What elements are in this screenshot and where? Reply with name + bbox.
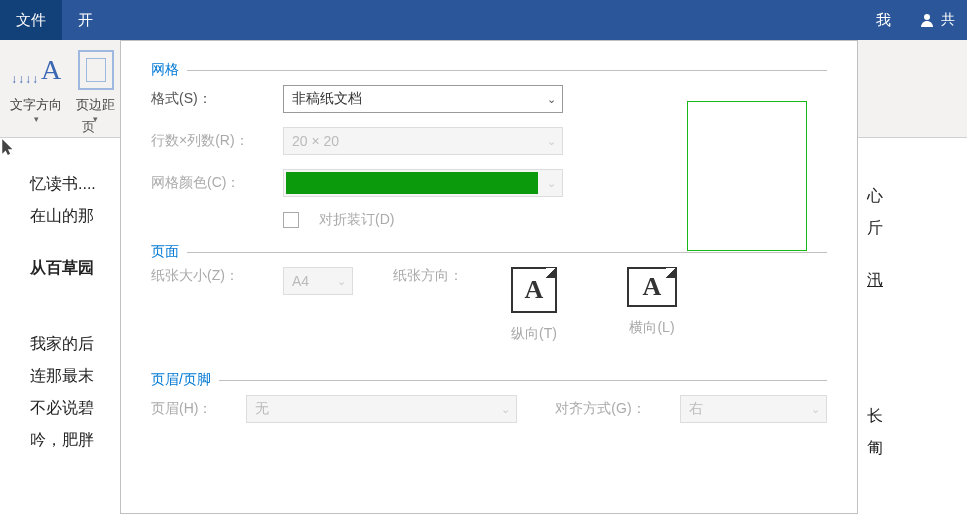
doc-line: 汛 bbox=[867, 264, 883, 296]
doc-line: 我家的后 bbox=[30, 328, 130, 360]
svg-point-0 bbox=[924, 14, 930, 20]
paper-size-select: A4 ⌄ bbox=[283, 267, 353, 295]
text-direction-icon: ↓↓↓↓ A bbox=[11, 54, 61, 86]
share-label: 共 bbox=[941, 11, 955, 29]
chevron-down-icon: ⌄ bbox=[501, 403, 510, 416]
doc-heading: 从百草园 bbox=[30, 252, 130, 284]
grid-color-label: 网格颜色(C)： bbox=[151, 174, 271, 192]
format-select[interactable]: 非稿纸文档 ⌄ bbox=[283, 85, 563, 113]
orientation-label: 纸张方向： bbox=[393, 267, 463, 285]
doc-line: 忆读书.... bbox=[30, 168, 130, 200]
portrait-option: A 纵向(T) bbox=[511, 267, 557, 343]
doc-line: 斤 bbox=[867, 212, 883, 244]
title-bar: 文件 开 我 共 bbox=[0, 0, 967, 40]
margins-label: 页边距 bbox=[76, 96, 115, 114]
share-button[interactable]: 共 bbox=[907, 0, 967, 40]
person-icon bbox=[919, 12, 935, 28]
align-select: 右 ⌄ bbox=[680, 395, 827, 423]
grid-color-select: ⌄ bbox=[283, 169, 563, 197]
genko-settings-dialog: 网格 格式(S)： 非稿纸文档 ⌄ 行数×列数(R)： 20 × 20 ⌄ 网格… bbox=[120, 40, 858, 514]
grid-section-title: 网格 bbox=[151, 61, 827, 79]
paper-size-label: 纸张大小(Z)： bbox=[151, 267, 271, 285]
fold-checkbox bbox=[283, 212, 299, 228]
ribbon-group-footer: 页 bbox=[82, 118, 95, 136]
doc-line: 长 bbox=[867, 400, 883, 432]
chevron-down-icon: ⌄ bbox=[547, 135, 556, 148]
document-text-right: 心 斤 汛 长 匍 bbox=[867, 180, 883, 464]
chevron-down-icon: ⌄ bbox=[547, 177, 556, 190]
chevron-down-icon: ⌄ bbox=[337, 275, 346, 288]
doc-line: 吟，肥胖 bbox=[30, 424, 130, 456]
doc-line: 心 bbox=[867, 180, 883, 212]
rows-cols-label: 行数×列数(R)： bbox=[151, 132, 271, 150]
account-label[interactable]: 我 bbox=[860, 0, 907, 40]
chevron-down-icon: ▾ bbox=[34, 114, 39, 124]
file-tab[interactable]: 文件 bbox=[0, 0, 62, 40]
titlebar-spacer bbox=[109, 0, 860, 40]
chevron-down-icon: ⌄ bbox=[547, 93, 556, 106]
tab-partial[interactable]: 开 bbox=[62, 0, 109, 40]
landscape-icon: A bbox=[627, 267, 677, 307]
fold-label: 对折装订(D) bbox=[319, 211, 394, 229]
text-direction-button[interactable]: ↓↓↓↓ A 文字方向 ▾ bbox=[10, 46, 62, 135]
rows-cols-select: 20 × 20 ⌄ bbox=[283, 127, 563, 155]
document-text-left: 忆读书.... 在山的那 从百草园 我家的后 连那最末 不必说碧 吟，肥胖 bbox=[30, 168, 130, 456]
landscape-option: A 横向(L) bbox=[627, 267, 677, 343]
format-label: 格式(S)： bbox=[151, 90, 271, 108]
header-select: 无 ⌄ bbox=[246, 395, 517, 423]
doc-line: 连那最末 bbox=[30, 360, 130, 392]
doc-line: 在山的那 bbox=[30, 200, 130, 232]
header-label: 页眉(H)： bbox=[151, 400, 228, 418]
portrait-icon: A bbox=[511, 267, 557, 313]
margins-icon bbox=[78, 50, 114, 90]
doc-line: 不必说碧 bbox=[30, 392, 130, 424]
align-label: 对齐方式(G)： bbox=[555, 400, 661, 418]
header-footer-section-title: 页眉/页脚 bbox=[151, 371, 827, 389]
doc-line: 匍 bbox=[867, 432, 883, 464]
chevron-down-icon: ⌄ bbox=[811, 403, 820, 416]
preview-box bbox=[687, 101, 807, 251]
color-swatch bbox=[286, 172, 538, 194]
text-direction-label: 文字方向 bbox=[10, 96, 62, 114]
